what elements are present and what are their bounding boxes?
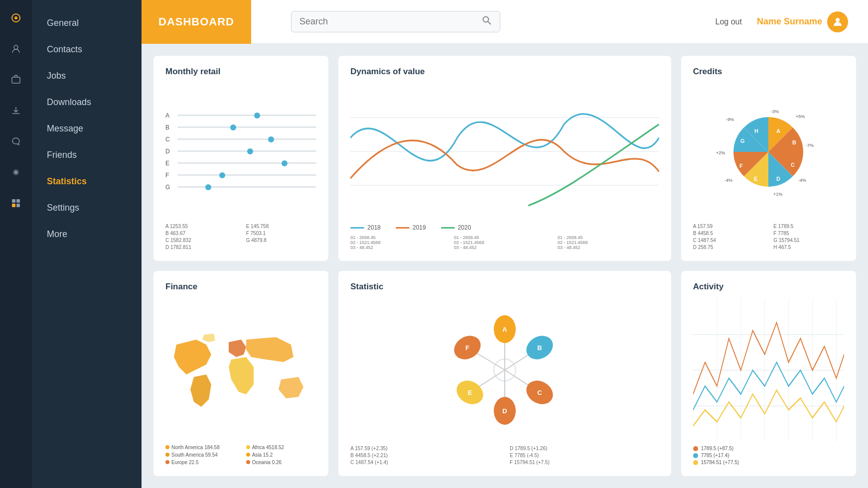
bar-row-c: C xyxy=(165,136,316,143)
sidebar-item-downloads[interactable]: Downloads xyxy=(32,89,142,116)
legend-line-2019 xyxy=(396,227,410,229)
svg-text:-9%: -9% xyxy=(726,117,734,122)
svg-text:E: E xyxy=(468,389,472,396)
monthly-retail-chart: A B C D E xyxy=(165,84,316,219)
sidebar-item-general[interactable]: General xyxy=(32,10,142,36)
finance-title: Finance xyxy=(165,282,316,292)
svg-text:-4%: -4% xyxy=(724,178,732,183)
card-credits: Credits A B C D xyxy=(681,56,856,261)
sidebar-item-message[interactable]: Message xyxy=(32,116,142,142)
activity-dot-red xyxy=(693,446,698,451)
sidebar-item-more[interactable]: More xyxy=(32,221,142,247)
monthly-retail-title: Monthly retail xyxy=(165,67,316,77)
sidebar-icon-jobs[interactable] xyxy=(8,72,24,88)
legend-line-2018 xyxy=(350,227,364,229)
statistic-title: Statistic xyxy=(350,282,659,292)
svg-text:E: E xyxy=(754,176,757,182)
bar-row-b: B xyxy=(165,124,316,131)
svg-rect-8 xyxy=(12,199,15,203)
sidebar-icon-contacts[interactable] xyxy=(8,41,24,57)
svg-text:+5%: +5% xyxy=(796,114,805,119)
sidebar-icon-statistics[interactable] xyxy=(8,195,24,211)
svg-line-13 xyxy=(488,22,491,25)
svg-text:H: H xyxy=(754,128,758,134)
user-info[interactable]: Name Surname xyxy=(757,11,848,32)
svg-text:F: F xyxy=(465,344,469,352)
bar-row-e: E xyxy=(165,160,316,167)
logout-button[interactable]: Log out xyxy=(716,17,742,26)
bar-row-g: G xyxy=(165,184,316,191)
dynamics-title: Dynamics of value xyxy=(350,67,659,77)
svg-point-2 xyxy=(14,45,18,49)
sidebar-nav: General Contacts Jobs Downloads Message … xyxy=(32,0,142,488)
svg-text:-7%: -7% xyxy=(806,143,814,148)
card-activity: Activity xyxy=(681,271,856,476)
search-icon xyxy=(482,15,492,28)
activity-legend: 1789.5 (+87.5) 7785 (+17.4) 15784.51 (+7… xyxy=(693,446,844,465)
activity-title: Activity xyxy=(693,282,844,292)
svg-text:B: B xyxy=(792,139,796,145)
credits-title: Credits xyxy=(693,67,844,77)
svg-point-12 xyxy=(483,17,489,22)
svg-text:B: B xyxy=(537,344,542,352)
svg-point-14 xyxy=(836,18,840,22)
header: DASHBOARD Log out Name Surname xyxy=(142,0,868,44)
svg-text:A: A xyxy=(502,326,507,333)
legend-line-2020 xyxy=(441,227,455,229)
card-statistic: Statistic A B xyxy=(338,271,671,476)
sidebar-item-contacts[interactable]: Contacts xyxy=(32,36,142,63)
finance-legend: North America 184.58 Africa 4518.52 Sout… xyxy=(165,445,316,465)
svg-text:C: C xyxy=(791,162,795,168)
svg-rect-11 xyxy=(16,204,20,207)
svg-text:A: A xyxy=(776,128,780,134)
sidebar-icon-general[interactable] xyxy=(8,10,24,26)
search-container[interactable] xyxy=(291,11,500,32)
svg-text:C: C xyxy=(537,389,542,396)
header-brand: DASHBOARD xyxy=(142,0,251,44)
search-input[interactable] xyxy=(299,16,477,27)
retail-legend: A 1253.55 E 145.758 B 463.67 F 7503.1 C … xyxy=(165,224,316,250)
credits-chart: A B C D E F xyxy=(693,84,844,220)
dashboard-title: DASHBOARD xyxy=(158,15,234,28)
bar-row-f: F xyxy=(165,172,316,179)
finance-map xyxy=(165,299,316,440)
user-name: Name Surname xyxy=(757,16,822,27)
sidebar-item-settings[interactable]: Settings xyxy=(32,195,142,221)
svg-point-1 xyxy=(14,16,17,19)
avatar xyxy=(827,11,848,32)
dynamics-legend: 2018 2019 2020 xyxy=(350,224,659,231)
dashboard-grid: Monthly retail A B C D xyxy=(142,44,868,488)
credits-legend: A 157.59 E 1789.5 B 4458.5 F 7785 C 1487… xyxy=(693,224,844,250)
main-content: DASHBOARD Log out Name Surname Monthly r… xyxy=(142,0,868,488)
sidebar-icon-downloads[interactable] xyxy=(8,103,24,119)
sidebar-icon-message[interactable] xyxy=(8,133,24,149)
svg-rect-9 xyxy=(16,199,20,203)
activity-chart xyxy=(693,299,844,442)
svg-text:G: G xyxy=(740,138,745,144)
svg-text:D: D xyxy=(776,176,780,182)
svg-text:D: D xyxy=(502,407,507,415)
card-dynamics: Dynamics of value 201 xyxy=(338,56,671,261)
activity-dot-yellow xyxy=(693,460,698,465)
svg-rect-10 xyxy=(12,204,15,207)
svg-text:-4%: -4% xyxy=(798,178,806,183)
dynamics-data: 01 - 2658.4502 - 1521.456803 - 48.452 01… xyxy=(350,235,659,250)
svg-text:F: F xyxy=(739,163,743,169)
card-finance: Finance xyxy=(153,271,328,476)
activity-dot-blue xyxy=(693,453,698,458)
sidebar-item-jobs[interactable]: Jobs xyxy=(32,63,142,89)
dynamics-chart xyxy=(350,84,659,219)
bar-row-a: A xyxy=(165,112,316,119)
sidebar-icons xyxy=(0,0,32,488)
sidebar-item-statistics[interactable]: Statistics xyxy=(32,168,142,195)
svg-text:+2%: +2% xyxy=(716,150,725,155)
sidebar-item-friends[interactable]: Friends xyxy=(32,142,142,168)
bar-row-d: D xyxy=(165,148,316,155)
header-right: Log out Name Surname xyxy=(716,11,848,32)
svg-text:-3%: -3% xyxy=(771,109,779,114)
sidebar-icon-friends[interactable] xyxy=(8,164,24,180)
svg-rect-3 xyxy=(12,77,20,83)
svg-text:+1%: +1% xyxy=(773,192,782,197)
card-monthly-retail: Monthly retail A B C D xyxy=(153,56,328,261)
statistic-chart: A B C D E F xyxy=(350,299,659,441)
